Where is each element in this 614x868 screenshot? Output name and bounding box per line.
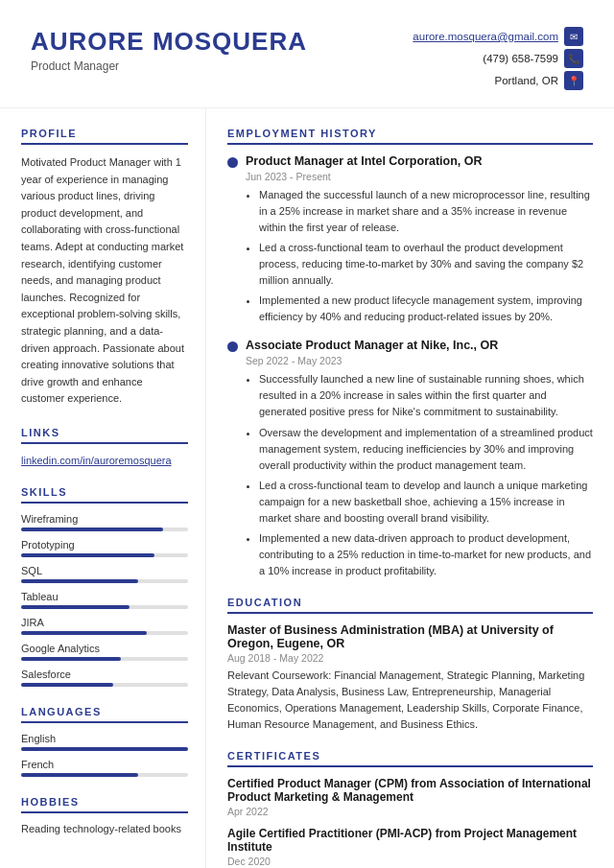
cert-title: Agile Certified Practitioner (PMI-ACP) f… [227, 827, 593, 854]
profile-section: PROFILE Motivated Product Manager with 1… [21, 128, 188, 408]
skill-item: SQL [21, 565, 188, 583]
job-header: Associate Product Manager at Nike, Inc.,… [227, 339, 593, 352]
header-right: aurore.mosquera@gmail.com ✉ (479) 658-75… [413, 27, 583, 90]
skill-item: Google Analytics [21, 643, 188, 661]
location-text: Portland, OR [495, 75, 558, 86]
language-item: English [21, 733, 188, 751]
skill-item: JIRA [21, 617, 188, 635]
job-bullet: Implemented a new product lifecycle mana… [259, 293, 593, 325]
hobbies-section: HOBBIES Reading technology-related books [21, 796, 188, 834]
profile-text: Motivated Product Manager with 1 year of… [21, 154, 188, 408]
job-entry: Product Manager at Intel Corporation, OR… [227, 154, 593, 325]
email-icon: ✉ [564, 27, 583, 46]
job-bullets: Managed the successful launch of a new m… [246, 187, 593, 325]
job-dates: Jun 2023 - Present [246, 171, 593, 182]
skill-bar-bg [21, 605, 188, 609]
languages-title: LANGUAGES [21, 706, 188, 723]
skills-title: SKILLS [21, 486, 188, 504]
skill-name: Google Analytics [21, 643, 188, 654]
left-column: PROFILE Motivated Product Manager with 1… [0, 108, 206, 868]
certificates-section: CERTIFICATES Certified Product Manager (… [227, 750, 593, 867]
skills-list: Wireframing Prototyping SQL Tableau JIRA… [21, 513, 188, 687]
cert-date: Apr 2022 [227, 806, 593, 817]
hobbies-title: HOBBIES [21, 796, 188, 813]
certs-list: Certified Product Manager (CPM) from Ass… [227, 777, 593, 867]
skill-bar-fill [21, 605, 130, 609]
cert-date: Dec 2020 [227, 856, 593, 867]
skill-name: Salesforce [21, 669, 188, 680]
employment-section: EMPLOYMENT HISTORY Product Manager at In… [227, 128, 593, 579]
cert-entry: Certified Product Manager (CPM) from Ass… [227, 777, 593, 817]
header: AURORE MOSQUERA Product Manager aurore.m… [0, 0, 614, 108]
body: PROFILE Motivated Product Manager with 1… [0, 108, 614, 868]
cert-title: Certified Product Manager (CPM) from Ass… [227, 777, 593, 804]
skill-bar-fill [21, 579, 138, 583]
skill-name: SQL [21, 565, 188, 576]
skill-name: JIRA [21, 617, 188, 628]
skill-item: Salesforce [21, 669, 188, 687]
employment-title: EMPLOYMENT HISTORY [227, 128, 593, 145]
education-section: EDUCATION Master of Business Administrat… [227, 597, 593, 733]
edu-coursework: Relevant Coursework: Financial Managemen… [227, 668, 593, 733]
skill-item: Tableau [21, 591, 188, 609]
skill-item: Wireframing [21, 513, 188, 531]
resume-container: AURORE MOSQUERA Product Manager aurore.m… [0, 0, 614, 868]
profile-title: PROFILE [21, 128, 188, 145]
candidate-name: AURORE MOSQUERA [31, 27, 307, 57]
skills-section: SKILLS Wireframing Prototyping SQL Table… [21, 486, 188, 687]
location-row: Portland, OR 📍 [495, 71, 583, 90]
job-bullet: Managed the successful launch of a new m… [259, 187, 593, 236]
languages-list: English French [21, 733, 188, 777]
phone-text: (479) 658-7599 [483, 53, 558, 64]
skill-name: Wireframing [21, 513, 188, 525]
job-title: Product Manager at Intel Corporation, OR [246, 154, 483, 168]
skill-bar-fill [21, 528, 163, 531]
skill-item: Prototyping [21, 539, 188, 557]
candidate-title: Product Manager [31, 59, 307, 73]
edu-dates: Aug 2018 - May 2022 [227, 652, 593, 664]
phone-icon: 📞 [564, 49, 583, 68]
languages-section: LANGUAGES English French [21, 706, 188, 777]
phone-row: (479) 658-7599 📞 [483, 49, 583, 68]
job-entry: Associate Product Manager at Nike, Inc.,… [227, 339, 593, 579]
skill-bar-fill [21, 657, 121, 661]
links-section: LINKS linkedin.com/in/auroremosquera [21, 427, 188, 467]
hobbies-text: Reading technology-related books [21, 823, 188, 834]
job-bullets: Successfully launched a new line of sust… [246, 371, 593, 579]
language-item: French [21, 759, 188, 777]
skill-bar-bg [21, 657, 188, 661]
skill-name: Tableau [21, 591, 188, 602]
links-title: LINKS [21, 427, 188, 444]
skill-bar-fill [21, 631, 147, 635]
job-header: Product Manager at Intel Corporation, OR [227, 154, 593, 168]
job-title: Associate Product Manager at Nike, Inc.,… [246, 339, 498, 352]
job-dot [227, 157, 238, 168]
skill-bar-bg [21, 553, 188, 557]
right-column: EMPLOYMENT HISTORY Product Manager at In… [206, 108, 614, 868]
job-bullet: Implemented a new data-driven approach t… [259, 530, 593, 579]
language-name: English [21, 733, 188, 744]
skill-bar-bg [21, 528, 188, 531]
linkedin-link[interactable]: linkedin.com/in/auroremosquera [21, 455, 172, 466]
job-dot [227, 341, 238, 352]
job-dates: Sep 2022 - May 2023 [246, 355, 593, 366]
job-bullet: Led a cross-functional team to develop a… [259, 478, 593, 527]
email-text[interactable]: aurore.mosquera@gmail.com [413, 31, 558, 42]
certificates-title: CERTIFICATES [227, 750, 593, 767]
cert-entry: Agile Certified Practitioner (PMI-ACP) f… [227, 827, 593, 867]
job-bullet: Oversaw the development and implementati… [259, 425, 593, 474]
job-bullet: Successfully launched a new line of sust… [259, 371, 593, 420]
language-bar-fill [21, 747, 188, 751]
skill-bar-fill [21, 553, 154, 557]
language-bar-bg [21, 773, 188, 777]
skill-bar-bg [21, 579, 188, 583]
location-icon: 📍 [564, 71, 583, 90]
education-title: EDUCATION [227, 597, 593, 614]
edu-degree: Master of Business Administration (MBA) … [227, 623, 593, 650]
skill-bar-bg [21, 683, 188, 687]
language-name: French [21, 759, 188, 770]
skill-name: Prototyping [21, 539, 188, 551]
header-left: AURORE MOSQUERA Product Manager [31, 27, 307, 73]
job-bullet: Led a cross-functional team to overhaul … [259, 240, 593, 289]
language-bar-fill [21, 773, 138, 777]
